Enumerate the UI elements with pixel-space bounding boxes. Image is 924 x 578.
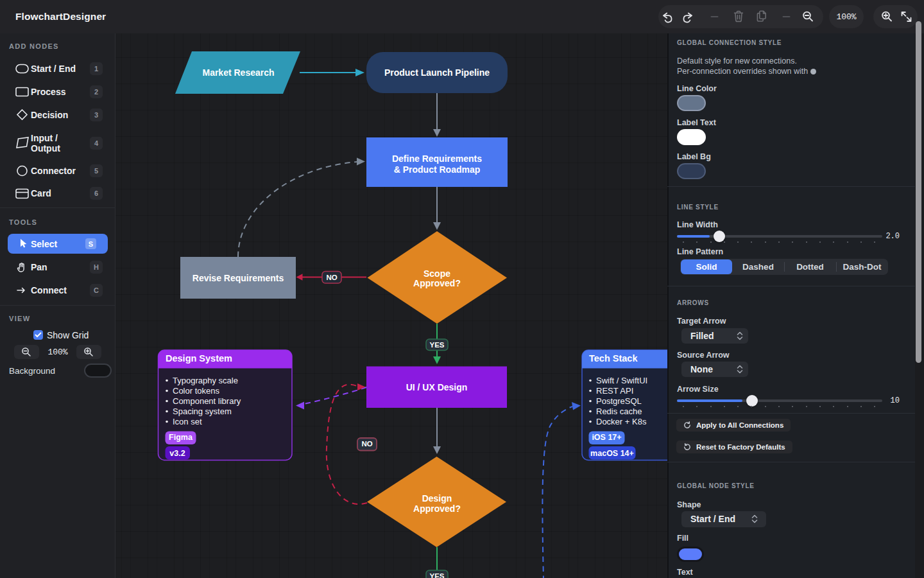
- svg-text:Redis cache: Redis cache: [596, 407, 642, 416]
- svg-text:Product Launch Pipeline: Product Launch Pipeline: [384, 67, 490, 78]
- svg-text:Typography scale: Typography scale: [173, 376, 238, 385]
- svg-text:Scope: Scope: [424, 268, 450, 279]
- svg-text:Spacing system: Spacing system: [173, 407, 232, 416]
- svg-text:Design: Design: [422, 493, 452, 504]
- svg-text:Icon set: Icon set: [173, 417, 202, 426]
- svg-text:macOS 14+: macOS 14+: [590, 449, 634, 458]
- svg-text:REST API: REST API: [596, 386, 633, 396]
- svg-text:Define Requirements: Define Requirements: [392, 153, 482, 164]
- svg-text:Swift / SwiftUI: Swift / SwiftUI: [596, 376, 647, 385]
- svg-text:Revise Requirements: Revise Requirements: [193, 273, 284, 283]
- svg-text:NO: NO: [361, 440, 372, 448]
- svg-text:Component library: Component library: [173, 396, 241, 406]
- svg-text:Docker + K8s: Docker + K8s: [596, 417, 647, 426]
- svg-text:Design System: Design System: [166, 353, 232, 363]
- svg-text:Approved?: Approved?: [413, 504, 461, 514]
- svg-text:YES: YES: [429, 341, 444, 349]
- svg-text:Tech Stack: Tech Stack: [589, 353, 638, 363]
- svg-text:Color tokens: Color tokens: [173, 386, 219, 396]
- svg-text:PostgreSQL: PostgreSQL: [596, 396, 642, 406]
- svg-text:iOS 17+: iOS 17+: [592, 433, 621, 442]
- svg-text:YES: YES: [429, 572, 444, 578]
- svg-text:Figma: Figma: [169, 433, 193, 442]
- svg-text:UI / UX Design: UI / UX Design: [406, 382, 468, 392]
- svg-text:& Product Roadmap: & Product Roadmap: [394, 164, 481, 175]
- svg-text:v3.2: v3.2: [169, 449, 185, 458]
- svg-text:Approved?: Approved?: [413, 278, 461, 288]
- svg-text:NO: NO: [326, 274, 337, 281]
- svg-text:Market Research: Market Research: [202, 67, 274, 78]
